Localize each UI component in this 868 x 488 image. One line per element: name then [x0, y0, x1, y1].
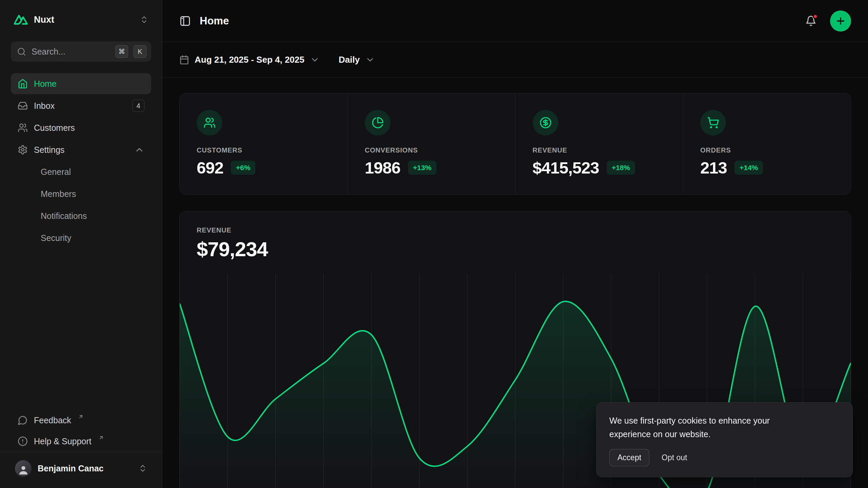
house-icon — [18, 79, 28, 89]
page-title: Home — [200, 15, 229, 27]
chevron-down-icon — [365, 55, 375, 65]
sidebar-item-notifications[interactable]: Notifications — [11, 205, 151, 226]
sidebar-item-general[interactable]: General — [11, 161, 151, 182]
feedback-link[interactable]: Feedback — [11, 410, 151, 431]
search-field[interactable]: ⌘ K — [11, 41, 151, 62]
sidebar-item-settings[interactable]: Settings — [11, 139, 151, 160]
inbox-icon — [18, 101, 28, 111]
dollar-circle-icon — [533, 110, 558, 136]
calendar-icon — [179, 55, 189, 65]
stat-label: ORDERS — [700, 146, 834, 154]
stat-label: CONVERSIONS — [365, 146, 498, 154]
sidebar-footer: Feedback Help & Support — [11, 410, 151, 488]
sidebar-item-label: Security — [41, 233, 144, 243]
filters-toolbar: Aug 21, 2025 - Sep 4, 2025 Daily — [162, 42, 868, 78]
stat-delta-badge: +6% — [231, 161, 256, 175]
sidebar-item-home[interactable]: Home — [11, 73, 151, 94]
stat-label: REVENUE — [533, 146, 666, 154]
plus-icon — [835, 16, 846, 26]
user-name: Benjamin Canac — [38, 464, 132, 473]
users-icon — [18, 123, 28, 133]
sidebar-item-label: Customers — [34, 123, 144, 133]
stat-delta-badge: +14% — [734, 161, 763, 175]
kbd-k-key: K — [134, 45, 146, 58]
stat-value: 1986 — [365, 158, 400, 177]
chevron-up-icon — [134, 145, 144, 155]
sidebar-item-label: General — [41, 167, 144, 177]
sidebar-item-customers[interactable]: Customers — [11, 117, 151, 138]
stat-card-conversions: CONVERSIONS 1986 +13% — [348, 94, 515, 194]
stat-label: CUSTOMERS — [197, 146, 331, 154]
external-link-icon — [98, 435, 104, 442]
speech-bubble-icon — [18, 415, 28, 425]
sidebar-nav: Home Inbox 4 Customers Settings — [11, 73, 151, 249]
date-range-picker[interactable]: Aug 21, 2025 - Sep 4, 2025 — [179, 55, 320, 65]
sidebar-item-members[interactable]: Members — [11, 183, 151, 204]
shopping-cart-icon — [700, 110, 726, 136]
nuxt-logo-icon — [14, 14, 28, 25]
users-icon — [197, 110, 222, 136]
pie-chart-icon — [365, 110, 391, 136]
settings-submenu: General Members Notifications Security — [11, 161, 151, 249]
add-button[interactable] — [830, 11, 851, 32]
page-header: Home — [162, 0, 868, 42]
sidebar-item-inbox[interactable]: Inbox 4 — [11, 95, 151, 116]
date-range-label: Aug 21, 2025 - Sep 4, 2025 — [195, 55, 304, 65]
granularity-label: Daily — [339, 55, 360, 65]
help-support-link[interactable]: Help & Support — [11, 431, 151, 452]
sidebar: Nuxt ⌘ K Home Inb — [0, 0, 162, 488]
stat-value: $415,523 — [533, 158, 599, 177]
help-circle-icon — [18, 436, 28, 446]
user-section: Benjamin Canac — [0, 452, 162, 485]
revenue-card-value: $79,234 — [197, 238, 834, 261]
search-icon — [17, 47, 26, 56]
search-input[interactable] — [32, 47, 110, 57]
cookie-message: We use first-party cookies to enhance yo… — [609, 414, 813, 441]
opt-out-button[interactable]: Opt out — [659, 449, 689, 466]
sidebar-item-label: Members — [41, 189, 144, 199]
avatar — [15, 460, 32, 477]
stat-card-revenue: REVENUE $415,523 +18% — [515, 94, 683, 194]
user-menu[interactable]: Benjamin Canac — [11, 458, 151, 479]
chevrons-up-down-icon — [138, 464, 147, 473]
workspace-switcher[interactable]: Nuxt — [11, 9, 151, 30]
gear-icon — [18, 145, 28, 155]
accept-button[interactable]: Accept — [609, 449, 649, 466]
chevrons-up-down-icon — [140, 15, 149, 24]
granularity-select[interactable]: Daily — [339, 55, 375, 65]
footer-item-label: Help & Support — [34, 436, 92, 446]
kbd-meta-key: ⌘ — [115, 45, 128, 58]
stat-card-orders: ORDERS 213 +14% — [683, 94, 851, 194]
sidebar-item-label: Settings — [34, 145, 128, 155]
stats-row: CUSTOMERS 692 +6% CONVERSIONS 1986 +13% — [179, 93, 851, 195]
notification-dot — [813, 14, 818, 19]
chevron-down-icon — [310, 55, 320, 65]
sidebar-item-label: Home — [34, 79, 144, 89]
cookie-consent-toast: We use first-party cookies to enhance yo… — [596, 402, 853, 477]
stat-delta-badge: +18% — [607, 161, 635, 175]
inbox-count-badge: 4 — [132, 100, 144, 112]
sidebar-item-label: Inbox — [34, 101, 126, 111]
sidebar-item-security[interactable]: Security — [11, 227, 151, 248]
stat-value: 692 — [197, 158, 223, 177]
notifications-button[interactable] — [803, 13, 818, 28]
sidebar-item-label: Notifications — [41, 211, 144, 221]
stat-delta-badge: +13% — [408, 161, 436, 175]
panel-left-icon[interactable] — [179, 15, 191, 27]
stat-value: 213 — [700, 158, 727, 177]
stat-card-customers: CUSTOMERS 692 +6% — [180, 94, 348, 194]
workspace-name: Nuxt — [34, 15, 134, 25]
external-link-icon — [78, 414, 84, 421]
footer-item-label: Feedback — [34, 415, 71, 425]
revenue-card-label: REVENUE — [197, 226, 834, 234]
